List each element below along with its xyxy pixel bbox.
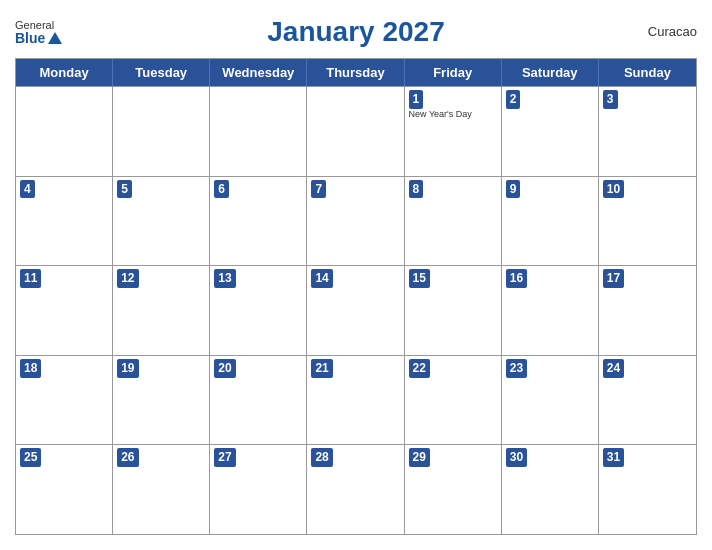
logo-general-text: General — [15, 20, 54, 31]
day-cell-22: 22 — [405, 356, 502, 445]
day-number: 27 — [214, 448, 235, 467]
day-cell-26: 26 — [113, 445, 210, 534]
day-cell-21: 21 — [307, 356, 404, 445]
day-cell-empty — [307, 87, 404, 176]
day-number: 29 — [409, 448, 430, 467]
day-cell-3: 3 — [599, 87, 696, 176]
day-number: 10 — [603, 180, 624, 199]
logo: General Blue — [15, 20, 62, 45]
calendar-header: General Blue January 2027 Curacao — [15, 10, 697, 52]
day-number: 1 — [409, 90, 424, 109]
day-cell-empty — [16, 87, 113, 176]
day-number: 26 — [117, 448, 138, 467]
day-cell-11: 11 — [16, 266, 113, 355]
day-cell-25: 25 — [16, 445, 113, 534]
page-title: January 2027 — [267, 16, 444, 48]
day-number: 7 — [311, 180, 326, 199]
day-number: 20 — [214, 359, 235, 378]
logo-triangle-icon — [48, 32, 62, 44]
day-number: 23 — [506, 359, 527, 378]
day-headers-row: MondayTuesdayWednesdayThursdayFridaySatu… — [16, 59, 696, 86]
day-cell-27: 27 — [210, 445, 307, 534]
day-cell-empty — [210, 87, 307, 176]
day-header-friday: Friday — [405, 59, 502, 86]
day-cell-empty — [113, 87, 210, 176]
day-cell-8: 8 — [405, 177, 502, 266]
day-cell-24: 24 — [599, 356, 696, 445]
day-cell-23: 23 — [502, 356, 599, 445]
day-number: 16 — [506, 269, 527, 288]
day-number: 21 — [311, 359, 332, 378]
day-cell-16: 16 — [502, 266, 599, 355]
day-cell-31: 31 — [599, 445, 696, 534]
day-number: 24 — [603, 359, 624, 378]
week-row-2: 45678910 — [16, 176, 696, 266]
day-cell-12: 12 — [113, 266, 210, 355]
day-cell-18: 18 — [16, 356, 113, 445]
day-number: 18 — [20, 359, 41, 378]
day-cell-1: 1New Year's Day — [405, 87, 502, 176]
day-header-thursday: Thursday — [307, 59, 404, 86]
week-row-1: 1New Year's Day23 — [16, 86, 696, 176]
day-number: 22 — [409, 359, 430, 378]
day-header-wednesday: Wednesday — [210, 59, 307, 86]
day-number: 3 — [603, 90, 618, 109]
day-cell-13: 13 — [210, 266, 307, 355]
day-number: 14 — [311, 269, 332, 288]
day-number: 19 — [117, 359, 138, 378]
day-number: 5 — [117, 180, 132, 199]
day-number: 15 — [409, 269, 430, 288]
day-cell-14: 14 — [307, 266, 404, 355]
day-cell-30: 30 — [502, 445, 599, 534]
day-cell-10: 10 — [599, 177, 696, 266]
day-number: 17 — [603, 269, 624, 288]
day-number: 25 — [20, 448, 41, 467]
day-number: 30 — [506, 448, 527, 467]
week-row-5: 25262728293031 — [16, 444, 696, 534]
weeks-container: 1New Year's Day2345678910111213141516171… — [16, 86, 696, 534]
logo-blue-text: Blue — [15, 31, 62, 45]
day-cell-29: 29 — [405, 445, 502, 534]
day-cell-4: 4 — [16, 177, 113, 266]
day-number: 28 — [311, 448, 332, 467]
day-cell-6: 6 — [210, 177, 307, 266]
day-cell-17: 17 — [599, 266, 696, 355]
day-number: 11 — [20, 269, 41, 288]
day-number: 31 — [603, 448, 624, 467]
day-number: 4 — [20, 180, 35, 199]
day-header-tuesday: Tuesday — [113, 59, 210, 86]
week-row-4: 18192021222324 — [16, 355, 696, 445]
day-cell-2: 2 — [502, 87, 599, 176]
day-number: 9 — [506, 180, 521, 199]
day-event: New Year's Day — [409, 109, 499, 121]
day-cell-19: 19 — [113, 356, 210, 445]
week-row-3: 11121314151617 — [16, 265, 696, 355]
day-header-sunday: Sunday — [599, 59, 696, 86]
day-cell-5: 5 — [113, 177, 210, 266]
day-header-monday: Monday — [16, 59, 113, 86]
day-cell-20: 20 — [210, 356, 307, 445]
day-number: 6 — [214, 180, 229, 199]
day-number: 12 — [117, 269, 138, 288]
day-number: 2 — [506, 90, 521, 109]
calendar-grid: MondayTuesdayWednesdayThursdayFridaySatu… — [15, 58, 697, 535]
day-cell-15: 15 — [405, 266, 502, 355]
region-label: Curacao — [648, 24, 697, 39]
day-cell-28: 28 — [307, 445, 404, 534]
day-number: 13 — [214, 269, 235, 288]
day-cell-9: 9 — [502, 177, 599, 266]
day-cell-7: 7 — [307, 177, 404, 266]
day-header-saturday: Saturday — [502, 59, 599, 86]
day-number: 8 — [409, 180, 424, 199]
